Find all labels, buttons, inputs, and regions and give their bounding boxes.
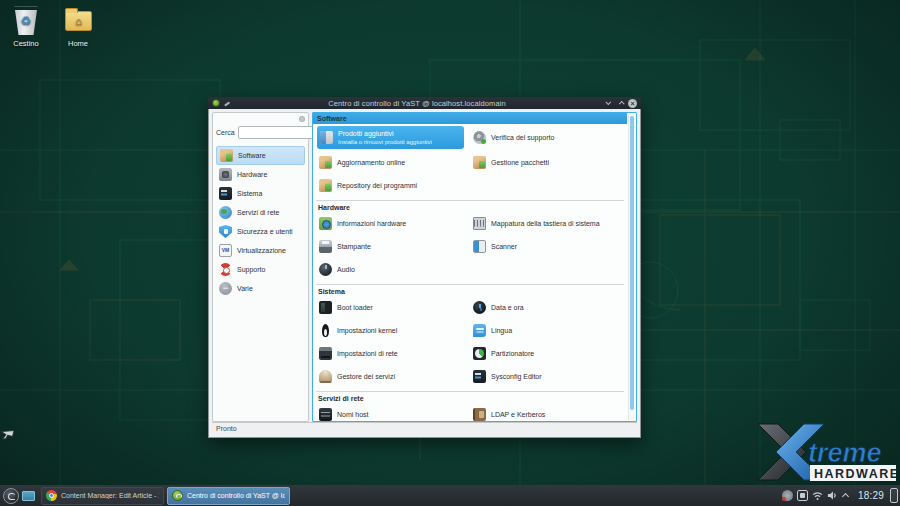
module-item[interactable]: Gestore dei servizi (316, 365, 470, 388)
taskbar: Content Manager: Edit Article - Xtr... C… (0, 485, 900, 506)
keyboard-icon (473, 217, 486, 230)
yast-icon (172, 490, 183, 501)
gear-icon[interactable] (299, 116, 305, 122)
clock[interactable]: 18:29 (858, 490, 884, 501)
desktop: { "colors": { "accent": "#3daee9", "head… (0, 0, 900, 506)
sysconfig-icon (473, 370, 486, 383)
software-repos-icon (319, 179, 332, 192)
audio-icon (319, 263, 332, 276)
system-tray (782, 490, 850, 501)
varie-icon (219, 282, 232, 295)
support-check-icon (473, 131, 486, 144)
trash-icon: ♻ (0, 6, 52, 36)
module-item[interactable]: LDAP e Kerberos (470, 403, 624, 421)
scrollbar-thumb[interactable] (630, 116, 634, 410)
svg-text:treme: treme (808, 438, 882, 468)
module-panel: Software Prodotti aggiuntiviInstalla o r… (312, 112, 637, 422)
module-item[interactable]: Repository dei programmi (316, 174, 470, 197)
module-list: Software Prodotti aggiuntiviInstalla o r… (313, 113, 627, 421)
scanner-icon (473, 240, 486, 253)
minimize-button[interactable] (604, 99, 613, 108)
task-list: Content Manager: Edit Article - Xtr... C… (41, 487, 290, 505)
svg-text:HARDWARE: HARDWARE (814, 467, 898, 481)
clock-icon (473, 301, 486, 314)
application-launcher-button[interactable] (3, 488, 19, 504)
window-body: Cerca Software Hardware Sistema Servizi … (208, 109, 641, 438)
section-header: Software (313, 113, 627, 124)
close-button[interactable]: × (628, 99, 637, 108)
sidebar-item-vm[interactable]: Virtualizzazione (216, 241, 305, 260)
supporto-icon (219, 263, 232, 276)
sidebar-list: Software Hardware Sistema Servizi di ret… (216, 146, 305, 298)
module-item[interactable]: Impostazioni kernel (316, 319, 470, 342)
module-item[interactable]: Scanner (470, 235, 624, 258)
module-item[interactable]: Informazioni hardware (316, 212, 470, 235)
netsettings-icon (319, 347, 332, 360)
sidebar-item-rete[interactable]: Servizi di rete (216, 203, 305, 222)
sicurezza-icon (219, 225, 232, 238)
rete-icon (219, 206, 232, 219)
yast-window: Centro di controllo di YaST @ localhost.… (208, 97, 641, 438)
language-icon (473, 324, 486, 337)
module-item[interactable]: Gestione pacchetti (470, 151, 624, 174)
taskbar-task[interactable]: Content Manager: Edit Article - Xtr... (41, 487, 164, 505)
module-item[interactable]: Aggiornamento online (316, 151, 470, 174)
device-notifier-icon[interactable] (797, 490, 808, 501)
hwinfo-icon (319, 217, 332, 230)
module-item[interactable]: Verifica del supporto (470, 124, 624, 151)
services-icon (319, 370, 332, 383)
printer-icon (319, 240, 332, 253)
sidebar-item-sistema[interactable]: Sistema (216, 184, 305, 203)
taskbar-task[interactable]: Centro di controllo di YaST @ local... (167, 487, 290, 505)
desktop-icon-home[interactable]: ⌂ Home (52, 6, 104, 48)
yast-app-icon (212, 99, 220, 107)
addon-icon (320, 131, 333, 144)
module-item[interactable]: Partizionatore (470, 342, 624, 365)
window-titlebar[interactable]: Centro di controllo di YaST @ localhost.… (208, 97, 641, 109)
online-update-icon (319, 156, 332, 169)
network-wifi-icon[interactable] (812, 490, 823, 501)
package-management-icon (473, 156, 486, 169)
desktop-icon-trash[interactable]: ♻ Cestino (0, 6, 52, 48)
partition-icon (473, 347, 486, 360)
bootloader-icon (319, 301, 332, 314)
home-folder-icon: ⌂ (52, 6, 104, 36)
hostnames-icon (319, 408, 332, 421)
maximize-button[interactable] (616, 99, 625, 108)
pin-icon[interactable] (223, 100, 230, 107)
window-title: Centro di controllo di YaST @ localhost.… (233, 99, 601, 108)
show-desktop-button[interactable] (890, 488, 898, 503)
sistema-icon (219, 187, 232, 200)
module-item[interactable]: Stampante (316, 235, 470, 258)
module-item[interactable]: Prodotti aggiuntiviInstalla o rimuovi pr… (317, 126, 464, 149)
sidebar-item-supporto[interactable]: Supporto (216, 260, 305, 279)
sidebar-item-varie[interactable]: Varie (216, 279, 305, 298)
software-icon (220, 149, 233, 162)
software-updates-icon[interactable] (782, 490, 793, 501)
section-header: Hardware (316, 200, 624, 212)
category-sidebar: Cerca Software Hardware Sistema Servizi … (212, 112, 309, 422)
section-header: Servizi di rete (316, 391, 624, 403)
desktop-icon-label: Cestino (0, 39, 52, 48)
panel-expand-icon[interactable] (842, 490, 850, 501)
desktop-icon-label: Home (52, 39, 104, 48)
module-item[interactable]: Boot loader (316, 296, 470, 319)
hardware-icon (219, 168, 232, 181)
module-item[interactable]: Sysconfig Editor (470, 365, 624, 388)
module-item[interactable]: Audio (316, 258, 470, 281)
xtreme-hardware-logo: treme HARDWARE (756, 421, 898, 483)
search-label: Cerca (216, 129, 235, 136)
module-item[interactable]: Lingua (470, 319, 624, 342)
virtual-desktop-pager[interactable] (22, 491, 35, 501)
module-item[interactable]: Data e ora (470, 296, 624, 319)
module-item[interactable]: Mappatura della tastiera di sistema (470, 212, 624, 235)
module-item[interactable]: Nomi host (316, 403, 470, 421)
sidebar-item-sicurezza[interactable]: Sicurezza e utenti (216, 222, 305, 241)
scrollbar[interactable] (628, 114, 635, 420)
audio-volume-icon[interactable] (827, 490, 838, 501)
sidebar-item-hardware[interactable]: Hardware (216, 165, 305, 184)
browser-icon (46, 490, 57, 501)
sidebar-item-software[interactable]: Software (216, 146, 305, 165)
module-item[interactable]: Impostazioni di rete (316, 342, 470, 365)
status-bar: Pronto (212, 422, 637, 434)
